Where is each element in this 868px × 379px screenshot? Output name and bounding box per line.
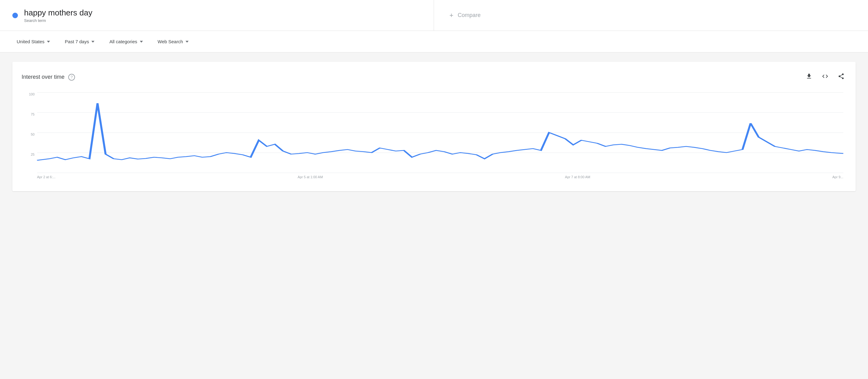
time-label: Past 7 days [65, 39, 89, 44]
y-label-100: 100 [25, 92, 37, 96]
filters-section: United States Past 7 days All categories… [0, 31, 868, 53]
region-label: United States [17, 39, 44, 44]
y-label-25: 25 [25, 153, 37, 156]
trend-line-svg [37, 92, 843, 173]
interest-over-time-card: Interest over time ? [12, 62, 856, 191]
search-type-filter[interactable]: Web Search [153, 36, 193, 47]
time-chevron-icon [91, 41, 94, 42]
y-axis: 100 75 50 25 [25, 92, 37, 173]
chart-header: Interest over time ? [22, 71, 846, 83]
time-filter[interactable]: Past 7 days [61, 36, 99, 47]
chart-area [37, 92, 843, 173]
x-label-apr7: Apr 7 at 8:00 AM [565, 175, 590, 179]
embed-button[interactable] [820, 71, 830, 83]
compare-plus-icon: + [450, 11, 454, 20]
help-icon[interactable]: ? [68, 74, 75, 81]
y-label-75: 75 [25, 112, 37, 116]
category-filter[interactable]: All categories [105, 36, 147, 47]
search-term-text: happy mothers day Search term [24, 8, 92, 23]
download-button[interactable] [804, 71, 814, 83]
category-chevron-icon [140, 41, 143, 42]
chart-container: 100 75 50 25 Apr 2 at [25, 92, 843, 185]
search-type-chevron-icon [186, 41, 189, 42]
region-filter[interactable]: United States [12, 36, 54, 47]
category-label: All categories [109, 39, 137, 44]
x-label-apr2: Apr 2 at 6:... [37, 175, 56, 179]
search-bar-section: happy mothers day Search term + Compare [0, 0, 868, 31]
search-dot [12, 13, 18, 18]
compare-label: Compare [458, 12, 480, 19]
search-term-box: happy mothers day Search term [0, 0, 434, 31]
chart-title-area: Interest over time ? [22, 74, 75, 81]
download-icon [806, 73, 812, 80]
share-button[interactable] [836, 71, 846, 83]
search-term-label: Search term [24, 18, 92, 23]
x-label-apr9: Apr 9... [833, 175, 843, 179]
trend-polyline [37, 103, 843, 160]
region-chevron-icon [47, 41, 50, 42]
compare-box[interactable]: + Compare [434, 0, 868, 31]
x-axis: Apr 2 at 6:... Apr 5 at 1:00 AM Apr 7 at… [37, 173, 843, 185]
main-content: Interest over time ? [0, 53, 868, 201]
chart-title: Interest over time [22, 74, 64, 80]
search-term-value: happy mothers day [24, 8, 92, 18]
y-label-50: 50 [25, 133, 37, 136]
embed-icon [822, 73, 829, 80]
share-icon [838, 73, 844, 80]
chart-actions [804, 71, 846, 83]
search-type-label: Web Search [158, 39, 183, 44]
x-label-apr5: Apr 5 at 1:00 AM [298, 175, 323, 179]
